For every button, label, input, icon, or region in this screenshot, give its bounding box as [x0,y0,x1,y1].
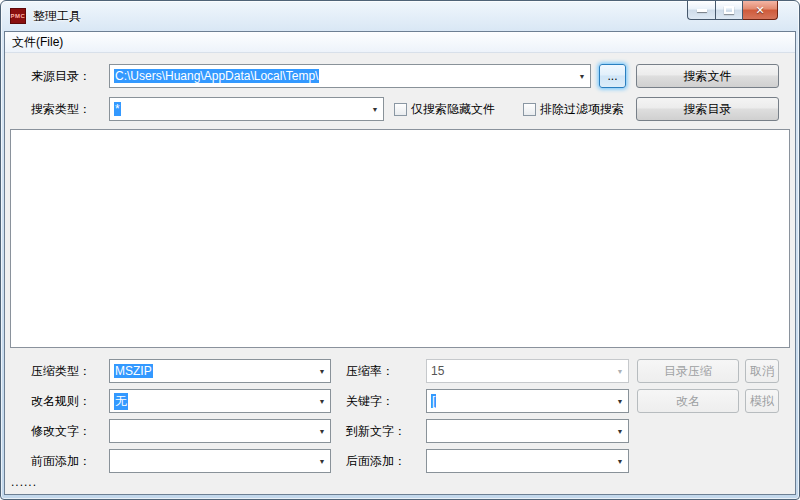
search-type-label: 搜索类型： [31,97,91,121]
dropdown-arrow-icon[interactable]: ▼ [612,390,628,412]
compress-type-value: MSZIP [114,364,153,378]
to-new-text-combo[interactable]: ▼ [426,419,629,443]
browse-button[interactable]: ... [599,64,626,88]
compress-type-combo[interactable]: MSZIP ▼ [109,359,331,383]
simulate-button[interactable]: 模拟 [745,389,779,413]
source-dir-combo[interactable]: C:\Users\Huang\AppData\Local\Temp\ ▼ [109,64,591,88]
cancel-button[interactable]: 取消 [745,359,779,383]
source-dir-label: 来源目录： [31,64,91,88]
modify-text-combo[interactable]: ▼ [109,419,331,443]
search-type-value: * [114,102,121,116]
dropdown-arrow-icon[interactable]: ▼ [314,360,330,382]
dir-compress-button[interactable]: 目录压缩 [637,359,739,383]
dropdown-arrow-icon[interactable]: ▼ [367,98,383,120]
add-front-combo[interactable]: ▼ [109,449,331,473]
dropdown-arrow-icon[interactable]: ▼ [612,420,628,442]
statusbar-text: ...... [11,472,37,492]
rename-rule-value: 无 [114,393,128,410]
keyword-combo[interactable]: [ ▼ [426,389,629,413]
compress-rate-combo[interactable]: 15 ▼ [426,359,629,383]
search-files-button[interactable]: 搜索文件 [636,64,779,88]
source-dir-value: C:\Users\Huang\AppData\Local\Temp\ [114,69,319,83]
checkbox-exclude-filter-label: 排除过滤项搜索 [540,101,624,118]
add-back-label: 后面添加： [346,449,406,473]
keyword-value: [ [431,394,436,408]
app-window: PMC 整理工具 ✕ 文件(File) 来源目录： C:\Users\Huang… [0,0,800,500]
dropdown-arrow-icon: ▼ [612,360,628,382]
keyword-label: 关键字： [346,389,394,413]
dropdown-arrow-icon[interactable]: ▼ [314,450,330,472]
dropdown-arrow-icon[interactable]: ▼ [314,390,330,412]
search-type-combo[interactable]: * ▼ [109,97,384,121]
checkbox-hidden-files-label: 仅搜索隐藏文件 [411,101,495,118]
checkbox-exclude-filter[interactable]: 排除过滤项搜索 [523,97,624,121]
dropdown-arrow-icon[interactable]: ▼ [314,420,330,442]
file-list[interactable] [10,129,790,348]
dropdown-arrow-icon[interactable]: ▼ [574,65,590,87]
search-dirs-button[interactable]: 搜索目录 [636,97,779,121]
compress-rate-label: 压缩率： [346,359,394,383]
compress-type-label: 压缩类型： [31,359,91,383]
to-new-text-label: 到新文字： [346,419,406,443]
rename-rule-combo[interactable]: 无 ▼ [109,389,331,413]
modify-text-label: 修改文字： [31,419,91,443]
dropdown-arrow-icon[interactable]: ▼ [612,450,628,472]
rename-button[interactable]: 改名 [637,389,739,413]
rename-rule-label: 改名规则： [31,389,91,413]
compress-rate-value: 15 [431,364,444,378]
checkbox-icon[interactable] [523,103,536,116]
add-front-label: 前面添加： [31,449,91,473]
checkbox-hidden-files[interactable]: 仅搜索隐藏文件 [394,97,495,121]
checkbox-icon[interactable] [394,103,407,116]
add-back-combo[interactable]: ▼ [426,449,629,473]
